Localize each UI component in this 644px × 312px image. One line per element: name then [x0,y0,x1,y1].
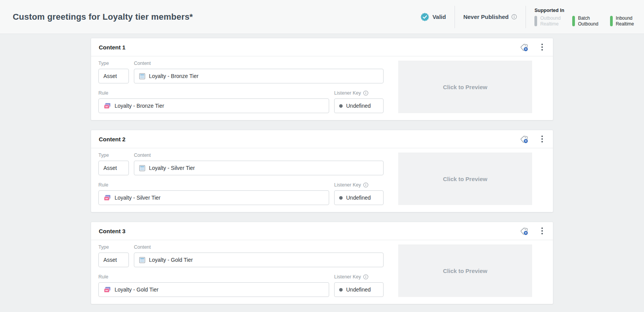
type-select[interactable]: Asset [98,161,129,175]
preview-panel[interactable]: Click to Preview [398,61,532,113]
card-title: Content 2 [99,136,125,142]
supported-item-batch-outbound: Batch Outbound [572,15,598,26]
card-title: Content 1 [99,44,125,51]
stacked-cards-icon [103,195,111,201]
tag-id-badge-icon[interactable]: ID [519,42,530,53]
top-header: Custom greetings for Loyalty tier member… [0,0,644,34]
rule-label: Rule [98,182,329,188]
asset-table-icon [139,73,145,80]
content-card: Content 1 ID Type [91,38,553,120]
type-label: Type [98,153,129,158]
supported-in-title: Supported In [534,8,634,13]
listener-key-label: Listener Key [334,90,384,96]
content-label: Content [134,244,384,250]
svg-text:ID: ID [525,232,527,234]
preview-label: Click to Preview [443,176,487,182]
asset-table-icon [139,257,145,263]
kebab-menu-icon[interactable] [539,42,545,52]
header-status-bar: Valid Never Published Supported In Outb [420,6,634,28]
content-label: Content [134,153,384,158]
listener-key-label: Listener Key [334,182,384,188]
stacked-cards-icon [103,287,111,293]
gray-dot-icon [339,288,343,292]
rule-input[interactable]: Loyalty - Gold Tier [98,282,329,297]
gray-dot-icon [339,196,343,200]
status-bar-icon [572,16,575,26]
rule-input[interactable]: Loyalty - Silver Tier [98,190,329,205]
svg-text:ID: ID [525,48,527,50]
listener-key-input[interactable]: Undefined [334,190,384,205]
listener-key-label: Listener Key [334,274,384,280]
info-icon[interactable] [511,14,517,20]
valid-label: Valid [433,14,446,20]
content-input[interactable]: Loyalty - Bronze Tier [134,69,384,83]
preview-panel[interactable]: Click to Preview [398,153,532,205]
content-list: Content 1 ID Type [0,34,644,304]
type-label: Type [98,244,129,250]
rule-label: Rule [98,274,329,280]
listener-key-input[interactable]: Undefined [334,98,384,113]
kebab-menu-icon[interactable] [539,226,545,236]
content-input[interactable]: Loyalty - Silver Tier [134,161,384,175]
content-input[interactable]: Loyalty - Gold Tier [134,253,384,267]
rule-label: Rule [98,90,329,96]
tag-id-badge-icon[interactable]: ID [519,226,530,237]
page-title: Custom greetings for Loyalty tier member… [13,12,193,22]
listener-key-input[interactable]: Undefined [334,282,384,297]
status-bar-icon [610,16,613,26]
preview-label: Click to Preview [443,84,487,90]
publish-status: Never Published [463,14,517,20]
header-divider [526,6,526,28]
header-divider [455,6,455,28]
type-label: Type [98,61,129,66]
gray-dot-icon [339,104,343,108]
info-icon[interactable] [363,182,368,188]
published-label: Never Published [463,14,509,20]
preview-panel[interactable]: Click to Preview [398,244,532,297]
check-seal-icon [420,12,429,22]
type-select[interactable]: Asset [98,69,129,83]
preview-label: Click to Preview [443,268,487,274]
content-card: Content 2 ID Type [91,130,553,212]
status-bar-icon [534,16,537,26]
supported-in-section: Supported In Outbound Realtime Batch Out… [534,7,634,26]
validation-status: Valid [420,12,446,22]
stacked-cards-icon [103,103,111,109]
content-label: Content [134,61,384,66]
supported-item-inbound-realtime: Inbound Realtime [610,15,634,26]
content-card: Content 3 ID Type [91,222,553,304]
kebab-menu-icon[interactable] [539,134,545,144]
card-title: Content 3 [99,228,125,234]
asset-table-icon [139,165,145,171]
info-icon[interactable] [363,274,368,280]
supported-item-outbound-realtime: Outbound Realtime [534,15,561,26]
info-icon[interactable] [363,90,368,96]
tag-id-badge-icon[interactable]: ID [519,134,530,145]
rule-input[interactable]: Loyalty - Bronze Tier [98,98,329,113]
type-select[interactable]: Asset [98,253,129,267]
svg-text:ID: ID [525,140,527,142]
